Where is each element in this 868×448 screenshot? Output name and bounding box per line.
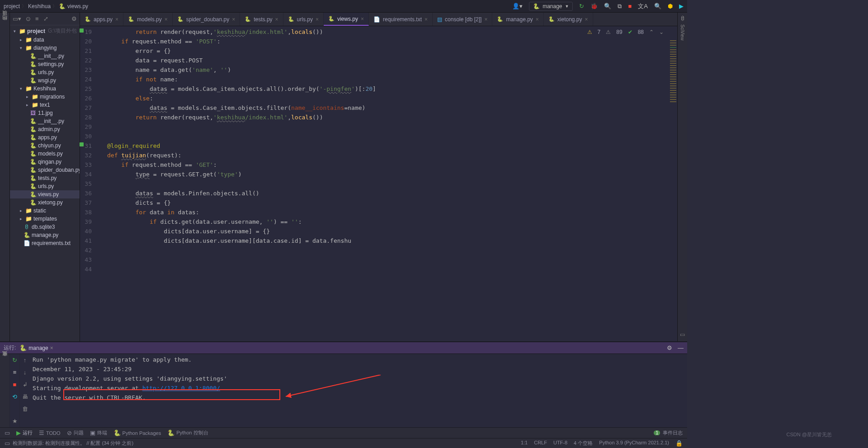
tab-console[interactable]: ▤console [db [2]]× [433, 13, 492, 26]
tree-folder[interactable]: ▸📁static [10, 207, 80, 215]
event-log-button[interactable]: 事件日志 [663, 429, 683, 436]
breadcrumb-package[interactable]: Keshihua [28, 3, 51, 9]
notifications-icon[interactable]: ▭ [680, 331, 685, 338]
project-view-icon[interactable]: ▭▾ [13, 15, 21, 22]
down-icon[interactable]: ↓ [24, 369, 27, 376]
close-icon[interactable]: × [484, 16, 487, 23]
coverage-icon[interactable]: ⧉ [618, 3, 622, 10]
tab-requirements[interactable]: 📄requirements.txt× [369, 13, 433, 26]
close-icon[interactable]: × [316, 16, 319, 23]
run-config-dropdown[interactable]: 🐍 manage ▼ [529, 2, 573, 11]
rerun-icon[interactable]: ↻ [579, 3, 584, 9]
tree-file[interactable]: 🐍__init__.py [10, 52, 80, 60]
tree-file[interactable]: 🐍spider_douban.py [10, 166, 80, 174]
interpreter[interactable]: Python 3.9 (PyCharm 2021.2.1) [599, 440, 669, 447]
print-icon[interactable]: 🖶 [22, 393, 28, 400]
tree-file[interactable]: 🐍tests.py [10, 174, 80, 182]
lock-icon[interactable]: 🔒 [675, 440, 683, 447]
sciview-tool-tab[interactable]: SciView [680, 24, 685, 40]
minimize-icon[interactable]: — [678, 344, 684, 351]
gear-icon[interactable]: ⚙ [71, 15, 77, 22]
structure-tool-tab[interactable]: 结构 [0, 22, 9, 27]
translate-icon[interactable]: 文A [638, 2, 648, 10]
project-tool-tab[interactable]: 项目 [0, 16, 9, 22]
caret-position[interactable]: 1:1 [521, 440, 528, 447]
close-icon[interactable]: × [536, 16, 539, 23]
tree-file[interactable]: 📄requirements.txt [10, 239, 80, 247]
tree-folder[interactable]: ▾📁Keshihua [10, 85, 80, 93]
tab-models[interactable]: 🐍models.py× [123, 13, 173, 26]
close-icon[interactable]: × [275, 16, 278, 23]
close-icon[interactable]: × [232, 16, 235, 23]
tab-spider[interactable]: 🐍spider_douban.py× [173, 13, 240, 26]
tree-file[interactable]: 🐍views.py [10, 190, 80, 198]
tab-xietong[interactable]: 🐍xietong.py× [544, 13, 593, 26]
error-stripe[interactable] [669, 26, 677, 341]
python-console-button[interactable]: 🐍Python 控制台 [167, 429, 208, 436]
settings-icon[interactable]: ≡ [13, 369, 17, 376]
run-tab[interactable]: 🐍 manage × [19, 344, 53, 351]
line-separator[interactable]: CRLF [534, 440, 547, 447]
console-output[interactable]: Run 'python manage.py migrate' to apply … [30, 354, 687, 427]
locate-icon[interactable]: ⊙ [26, 15, 31, 22]
close-icon[interactable]: × [50, 345, 53, 351]
encoding[interactable]: UTF-8 [553, 440, 567, 447]
tree-file[interactable]: 🖼11.jpg [10, 109, 80, 117]
tree-folder[interactable]: ▾📁diangying [10, 44, 80, 52]
code-area[interactable]: return render(request,'keshihua/index.ht… [107, 26, 677, 341]
stop-icon[interactable]: ■ [13, 381, 17, 388]
codewithme-icon[interactable]: ▶ [679, 3, 684, 9]
stop-icon[interactable]: ■ [628, 3, 632, 9]
tab-views[interactable]: 🐍views.py× [324, 13, 369, 26]
indent[interactable]: 4 个空格 [574, 440, 593, 447]
tab-tests[interactable]: 🐍tests.py× [240, 13, 283, 26]
chevron-up-icon[interactable]: ⌃ [649, 29, 654, 35]
tree-file[interactable]: 🐍apps.py [10, 133, 80, 141]
expand-icon[interactable]: ⤢ [43, 15, 48, 22]
inspection-widget[interactable]: ⚠7 ⚠89 ✔88 ⌃ ⌄ [587, 29, 664, 35]
editor[interactable]: ⚠7 ⚠89 ✔88 ⌃ ⌄ 19 20212223 24252627 2829… [80, 26, 677, 341]
clear-icon[interactable]: 🗑 [22, 406, 28, 412]
tab-apps[interactable]: 🐍apps.py× [80, 13, 123, 26]
close-icon[interactable]: × [361, 16, 364, 22]
settings-icon[interactable]: ⬢ [668, 3, 673, 9]
tree-folder[interactable]: ▸📁migrations [10, 93, 80, 101]
up-icon[interactable]: ↑ [24, 357, 27, 363]
tree-folder[interactable]: ▸📁templates [10, 215, 80, 223]
python-packages-button[interactable]: 🐍Python Packages [113, 429, 161, 436]
close-icon[interactable]: × [425, 16, 428, 23]
breadcrumb-project[interactable]: project [4, 3, 20, 9]
tab-manage[interactable]: 🐍manage.py× [492, 13, 543, 26]
tree-file[interactable]: 🐍wsgi.py [10, 76, 80, 85]
terminal-tool-button[interactable]: ▣终端 [90, 429, 107, 436]
tree-file[interactable]: 🐍chiyun.py [10, 141, 80, 150]
todo-tool-button[interactable]: ☰TODO [39, 429, 61, 436]
tree-folder[interactable]: ▸📁data [10, 36, 80, 44]
tab-urls[interactable]: 🐍urls.py× [283, 13, 324, 26]
tree-file[interactable]: 🐍admin.py [10, 125, 80, 133]
chevron-down-icon[interactable]: ⌄ [659, 29, 664, 35]
run-tool-button[interactable]: ▶运行 [16, 429, 33, 436]
tree-file[interactable]: 🛢db.sqlite3 [10, 223, 80, 231]
breadcrumb-file[interactable]: views.py [67, 3, 88, 9]
pin-icon[interactable]: ★ [12, 418, 18, 424]
collapse-icon[interactable]: ≡ [35, 15, 39, 22]
tree-file[interactable]: 🐍manage.py [10, 231, 80, 239]
user-icon[interactable]: 👤▾ [512, 3, 523, 9]
gear-icon[interactable]: ⚙ [667, 344, 672, 351]
tree-folder[interactable]: ▸📁tex1 [10, 101, 80, 109]
tree-file[interactable]: 🐍urls.py [10, 68, 80, 76]
search-icon[interactable]: 🔍 [654, 3, 661, 9]
close-icon[interactable]: × [165, 16, 168, 23]
close-icon[interactable]: × [115, 16, 118, 23]
tool-window-icon[interactable]: ▭ [5, 440, 10, 447]
debug-icon[interactable]: 🔍 [604, 3, 611, 9]
hide-all-icon[interactable]: ▭ [5, 429, 10, 436]
soft-wrap-icon[interactable]: ↲ [23, 381, 28, 388]
favorites-tool-tab[interactable]: 收藏夹 [0, 358, 9, 363]
rerun-icon[interactable]: ↻ [12, 357, 17, 363]
tree-file[interactable]: 🐍qingan.py [10, 158, 80, 166]
tree-file[interactable]: 🐍xietong.py [10, 198, 80, 207]
problems-tool-button[interactable]: ⊘问题 [67, 429, 84, 436]
bug-icon[interactable]: 🐞 [590, 3, 598, 9]
